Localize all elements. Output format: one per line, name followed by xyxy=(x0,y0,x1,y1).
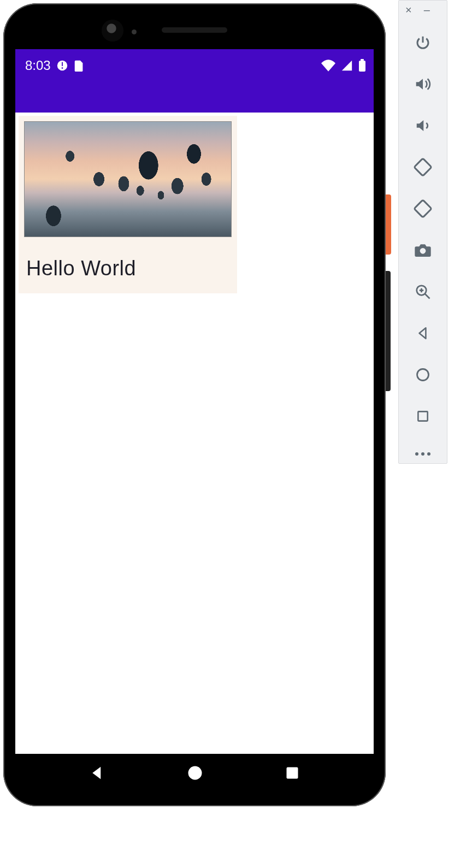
status-right xyxy=(321,59,366,72)
card-title: Hello World xyxy=(24,257,232,280)
nav-home-button[interactable] xyxy=(187,765,203,781)
svg-rect-15 xyxy=(418,411,427,421)
svg-line-11 xyxy=(425,294,430,299)
svg-rect-6 xyxy=(287,767,298,779)
window-close-button[interactable]: × xyxy=(405,4,412,16)
more-icon[interactable] xyxy=(415,452,430,456)
status-left: 8:03 xyxy=(25,58,85,73)
signal-icon xyxy=(341,60,353,72)
svg-point-2 xyxy=(61,67,63,69)
power-icon[interactable] xyxy=(412,32,434,54)
overview-icon[interactable] xyxy=(412,405,434,427)
phone-screen: 8:03 xyxy=(15,49,374,792)
rotate-right-icon[interactable] xyxy=(412,198,434,220)
app-content: Hello World xyxy=(15,113,374,754)
clock-alert-icon xyxy=(56,60,68,72)
sim-icon xyxy=(74,60,85,72)
zoom-icon[interactable] xyxy=(412,281,434,303)
svg-point-9 xyxy=(420,248,426,254)
status-time: 8:03 xyxy=(25,58,51,73)
app-bar xyxy=(15,82,374,113)
card-image xyxy=(24,121,232,237)
svg-rect-3 xyxy=(359,61,365,72)
nav-recents-button[interactable] xyxy=(285,765,300,781)
wifi-icon xyxy=(321,60,335,72)
camera-icon[interactable] xyxy=(412,239,434,261)
svg-rect-4 xyxy=(361,59,364,61)
battery-icon xyxy=(358,59,366,72)
back-icon[interactable] xyxy=(412,322,434,344)
svg-rect-7 xyxy=(414,158,432,176)
nav-back-button[interactable] xyxy=(89,765,105,781)
svg-rect-8 xyxy=(414,200,432,217)
rotate-left-icon[interactable] xyxy=(412,156,434,178)
system-nav-bar xyxy=(15,754,374,792)
hello-card[interactable]: Hello World xyxy=(19,116,237,293)
svg-rect-1 xyxy=(62,62,63,66)
svg-point-5 xyxy=(188,766,202,780)
sensor-dot xyxy=(132,29,137,34)
front-camera xyxy=(102,20,123,42)
phone-device-frame: 8:03 xyxy=(3,3,386,806)
volume-down-icon[interactable] xyxy=(412,115,434,137)
emulator-toolbar: × – xyxy=(398,0,447,464)
home-icon[interactable] xyxy=(412,364,434,386)
volume-up-icon[interactable] xyxy=(412,73,434,95)
svg-point-14 xyxy=(417,369,429,381)
window-minimize-button[interactable]: – xyxy=(424,4,430,16)
status-bar: 8:03 xyxy=(15,49,374,82)
speaker-grille xyxy=(162,27,227,33)
